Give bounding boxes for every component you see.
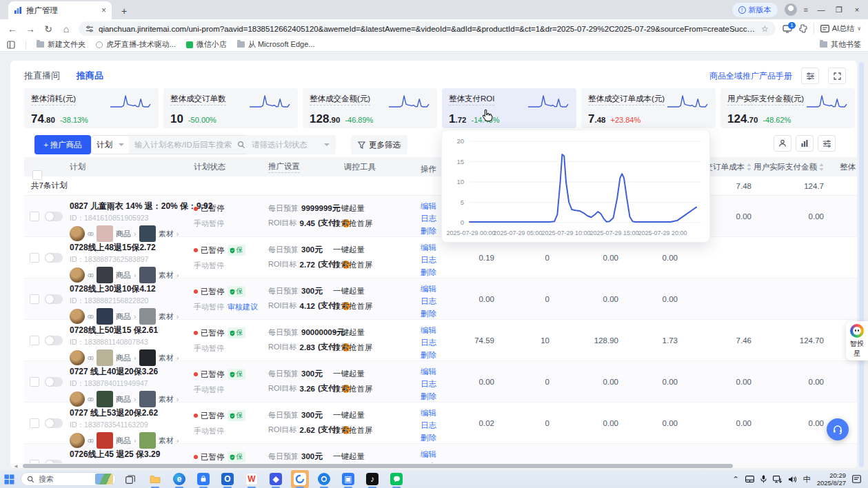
browser-menu-icon[interactable]: ≡ [804,6,809,14]
one-key-boost-link[interactable]: 一键起量 [333,369,415,379]
one-key-boost-link[interactable]: 一键起量 [333,410,415,420]
start-button-icon[interactable] [4,474,14,485]
forward-icon[interactable]: → [25,23,36,34]
new-tab-button[interactable]: + [117,6,131,17]
table-row[interactable]: 0827 儿童雨衣 14% 退：20% 保：9.92 ID：1841610851… [24,196,857,237]
vertical-scrollbar[interactable] [859,62,864,467]
taskbar-app-edge-browser[interactable]: e [170,470,188,488]
search-screen-link[interactable]: 搜索抢首屏 [333,425,415,436]
touchpad-icon[interactable] [745,476,754,482]
cast-icon[interactable]: 1 [783,25,792,33]
bookmark-item[interactable]: 新建文件夹 [37,39,85,50]
row-checkbox[interactable] [30,418,39,428]
new-version-button[interactable]: ! 新版本 [732,3,778,17]
log-link[interactable]: 日志 [421,336,445,349]
profile-avatar[interactable] [785,3,797,16]
taskbar-app-douyin[interactable]: ♪ [363,470,381,488]
manual-link[interactable]: 商品全域推广产品手册 [709,70,792,82]
table-row[interactable]: 0728线上30退10保4.12 ID：1838882156822820 商品›… [24,278,857,320]
plan-title[interactable]: 0728线上48退15保2.72 [70,242,194,254]
table-row[interactable]: 0727 线上40退20保3.26 ID：1838784011949947 商品… [24,361,857,403]
stat-card[interactable]: 整体成交金额(元) 128.90 -46.89% [303,88,437,128]
task-view-icon[interactable] [125,475,135,484]
table-row[interactable]: 0728线上50退15 保2.61 ID：1838881140807843 商品… [24,320,857,361]
one-key-boost-link[interactable]: 一键起量 [333,203,415,214]
taskbar-app-active-browser[interactable] [291,470,309,488]
network-icon[interactable] [773,476,782,483]
edit-link[interactable]: 编辑 [421,448,445,460]
one-key-boost-link[interactable]: 一键起量 [333,286,415,296]
taskbar-app-microsoft-store[interactable] [194,470,212,488]
plan-title[interactable]: 0728线上50退15 保2.61 [70,325,194,336]
taskbar-app-player-app[interactable] [315,470,333,488]
edit-link[interactable]: 编辑 [421,283,445,295]
search-input[interactable]: 输入计划名称/ID后回车搜索 [129,135,252,154]
extensions-icon[interactable] [798,24,807,33]
row-toggle[interactable] [45,294,63,304]
stat-card[interactable]: 整体支付ROI 1.72 -14.43% [442,88,576,128]
one-key-boost-link[interactable]: 一键起量 [333,245,415,255]
search-screen-link[interactable]: 搜索抢首屏 [333,343,415,353]
speaker-icon[interactable] [788,476,797,483]
plan-type-select[interactable]: 计划 [91,135,130,154]
bookmark-item[interactable]: 虎牙直播-技术驱动... [96,39,176,50]
plan-status-select[interactable]: 请筛选计划状态 [245,135,336,154]
one-key-boost-link[interactable]: 一键起量 [333,327,415,338]
row-checkbox[interactable] [30,212,39,221]
custom-columns-icon[interactable] [818,135,836,152]
scrollbar-thumb[interactable] [23,464,733,468]
delete-link[interactable]: 删除 [421,390,445,403]
one-key-boost-link[interactable]: 一键起量 [333,451,415,462]
ai-summary-button[interactable]: AI总结 ∨ [814,23,861,34]
minimize-button[interactable]: — [816,6,827,14]
bookmark-star-icon[interactable]: ☆ [761,24,769,34]
search-screen-link[interactable]: 搜索抢首屏 [333,301,415,312]
search-screen-link[interactable]: 搜索抢首屏 [333,384,415,394]
plan-title[interactable]: 0728线上30退10保4.12 [70,283,194,295]
reload-icon[interactable]: ↻ [43,23,54,34]
taskbar-search[interactable]: 搜索 [21,472,116,486]
edit-link[interactable]: 编辑 [421,365,445,378]
log-link[interactable]: 日志 [421,254,445,266]
log-link[interactable]: 日志 [421,378,445,390]
site-settings-icon[interactable] [85,25,94,33]
review-suggestion-link[interactable]: 审核建议 [228,302,258,312]
row-toggle[interactable] [45,336,63,345]
help-fab-button[interactable] [827,418,849,440]
table-row[interactable]: 0727 线上53退20保2.62 ID：1838783541163209 商品… [24,403,857,444]
log-link[interactable]: 日志 [421,295,445,307]
plan-title[interactable]: 0726线上45 退25 保3.29 [70,449,194,460]
audience-icon[interactable] [774,135,791,152]
taskbar-app-blue-app[interactable]: ◆ [267,470,285,488]
delete-link[interactable]: 删除 [421,307,445,320]
microphone-icon[interactable] [760,475,767,483]
other-bookmarks[interactable]: 其他书签 [820,39,861,50]
column-settings-icon[interactable] [801,68,819,84]
bookmark-item[interactable]: 从 Microsoft Edge... [237,39,315,50]
close-button[interactable]: × [851,6,862,14]
row-checkbox[interactable] [30,336,39,345]
promote-product-button[interactable]: + 推广商品 [34,135,91,154]
assistant-widget[interactable]: 智投星 [846,321,868,360]
home-icon[interactable]: ⌂ [61,23,72,34]
plan-title[interactable]: 0727 线上53退20保2.62 [70,407,194,419]
taskbar-app-blue-app-2[interactable]: ▣ [339,470,357,488]
notification-center-icon[interactable] [852,475,861,483]
tray-expand-icon[interactable]: ⌃ [733,475,739,484]
ime-indicator[interactable]: 中 [803,474,811,485]
row-toggle[interactable] [45,212,63,221]
bookmark-item[interactable]: 微信小店 [186,39,227,50]
stat-card[interactable]: 整体消耗(元) 74.80 -38.13% [24,88,159,128]
plan-title[interactable]: 0727 线上40退20保3.26 [70,366,194,378]
delete-link[interactable]: 删除 [421,431,445,444]
browser-tab[interactable]: 推广管理 × [8,1,112,19]
url-bar[interactable]: qianchuan.jinritemai.com/uni-prom?aavid=… [79,21,776,36]
taskbar-app-wps-office[interactable]: W [243,470,261,488]
table-row[interactable]: 0728线上48退15保2.72 ID：1838887362583897 商品›… [24,237,857,278]
row-checkbox[interactable] [30,294,39,304]
search-screen-link[interactable]: 搜索抢首屏 [333,260,415,270]
fullscreen-icon[interactable] [828,68,846,84]
maximize-button[interactable]: ❐ [834,6,845,14]
stat-card[interactable]: 整体成交订单数 10 -50.00% [163,88,298,128]
more-filter-button[interactable]: 更多筛选 [351,135,407,154]
